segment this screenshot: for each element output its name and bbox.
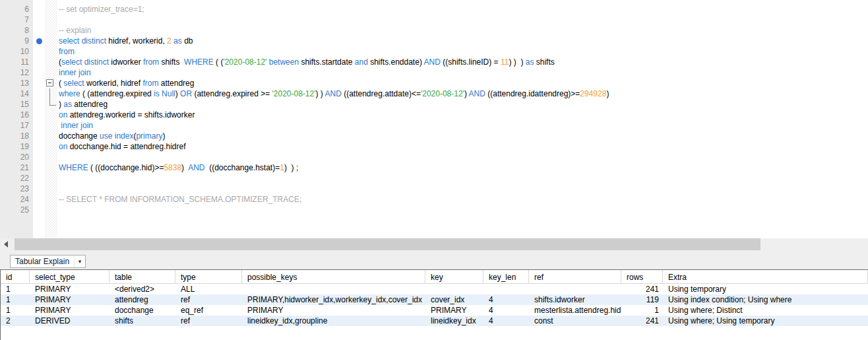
code-line[interactable]: 12inner join <box>0 67 868 78</box>
fold-cell <box>45 205 57 215</box>
line-number: 13 <box>0 78 33 88</box>
code-token: ((attendreg.attdate)<= <box>342 89 421 98</box>
code-token: inner join <box>61 121 93 130</box>
line-number: 21 <box>0 162 33 173</box>
line-number: 23 <box>0 184 33 194</box>
code-line[interactable]: 10from <box>0 46 868 57</box>
code-token: WHERE <box>59 163 88 172</box>
code-line[interactable]: 22 <box>0 173 868 184</box>
code-token: 5838 <box>164 163 181 172</box>
table-cell-ref <box>529 284 621 294</box>
code-line[interactable]: 9select distinct hidref, workerid, 2 as … <box>0 36 868 46</box>
line-number: 6 <box>0 4 33 15</box>
explain-view-selector[interactable]: Tabular Explain ▾ <box>10 255 86 268</box>
code-token: on <box>59 142 67 151</box>
sql-editor[interactable]: 6-- set optimizer_trace=1;78-- explain9s… <box>0 0 868 238</box>
code-line[interactable]: 18docchange use index(primary) <box>0 131 868 141</box>
table-row[interactable]: 1PRIMARY<derived2>ALL241Using temporary <box>1 284 868 294</box>
code-token: from <box>142 79 158 88</box>
chevron-down-icon[interactable]: ▾ <box>74 255 85 267</box>
marker-cell <box>33 152 45 162</box>
column-header-type[interactable]: type <box>175 270 242 284</box>
scrollbar-thumb[interactable] <box>15 238 760 250</box>
code-token: between <box>269 57 299 67</box>
code-line[interactable]: 23 <box>0 184 868 194</box>
table-cell-extra: Using where; Distinct <box>663 305 868 316</box>
table-cell-possible_keys <box>242 284 425 294</box>
code-text: from <box>57 46 75 57</box>
fold-cell <box>45 46 57 57</box>
fold-cell <box>45 36 57 46</box>
column-header-id[interactable]: id <box>1 270 30 284</box>
column-header-table[interactable]: table <box>109 270 175 284</box>
table-cell-id: 1 <box>1 284 30 294</box>
code-line[interactable]: 7 <box>0 15 868 25</box>
table-cell-rows: 241 <box>621 316 663 326</box>
code-line[interactable]: 17 inner join <box>0 120 868 131</box>
fold-cell <box>45 4 57 15</box>
fold-cell <box>45 194 57 205</box>
column-header-key[interactable]: key <box>425 270 483 284</box>
code-line[interactable]: 20 <box>0 152 868 162</box>
code-line[interactable]: 25 <box>0 205 868 215</box>
code-token: -- SELECT * FROM INFORMATION_SCHEMA.OPTI… <box>59 195 301 204</box>
scroll-left-button[interactable] <box>0 238 12 250</box>
table-cell-table: docchange <box>109 305 175 316</box>
code-line[interactable]: 6-- set optimizer_trace=1; <box>0 4 868 15</box>
code-line[interactable]: 21WHERE ( ((docchange.hid)>=5838) AND ((… <box>0 162 868 173</box>
code-token: ) <box>464 89 469 98</box>
marker-cell <box>33 205 45 215</box>
editor-horizontal-scrollbar[interactable] <box>0 238 868 250</box>
code-line[interactable]: 11(select distinct idworker from shifts … <box>0 57 868 67</box>
marker-cell <box>33 36 45 46</box>
marker-cell <box>33 4 45 15</box>
fold-collapse-icon[interactable] <box>46 79 53 86</box>
code-line[interactable]: 8-- explain <box>0 25 868 36</box>
code-line[interactable]: 15) as attendreg <box>0 99 868 110</box>
table-cell-rows: 241 <box>621 284 663 294</box>
marker-cell <box>33 131 45 141</box>
line-number: 8 <box>0 25 33 36</box>
marker-cell <box>33 15 45 25</box>
table-cell-table: <derived2> <box>109 284 175 294</box>
code-token: -- set optimizer_trace=1; <box>59 5 144 14</box>
table-row[interactable]: 1PRIMARYdocchangeeq_refPRIMARYPRIMARY4me… <box>1 305 868 316</box>
fold-cell <box>45 162 57 173</box>
column-header-rows[interactable]: rows <box>621 270 663 284</box>
line-number: 9 <box>0 36 33 46</box>
code-token: ) <box>162 131 165 141</box>
table-row[interactable]: 1PRIMARYattendregrefPRIMARY,hidworker_id… <box>1 294 868 305</box>
marker-cell <box>33 25 45 36</box>
column-header-key_len[interactable]: key_len <box>483 270 529 284</box>
fold-cell <box>45 152 57 162</box>
column-header-possible_keys[interactable]: possible_keys <box>242 270 425 284</box>
line-number: 10 <box>0 46 33 57</box>
code-token: from <box>143 57 159 67</box>
code-token: 294928 <box>580 89 606 98</box>
marker-cell <box>33 78 45 88</box>
code-token: AND <box>325 89 342 98</box>
code-token: shifts.enddate) <box>368 57 424 67</box>
line-number: 19 <box>0 141 33 152</box>
marker-cell <box>33 141 45 152</box>
table-row[interactable]: 2DERIVEDshiftsreflineidkey_idx,groupline… <box>1 316 868 326</box>
line-number: 12 <box>0 67 33 78</box>
code-line[interactable]: 16on attendreg.workerid = shifts.idworke… <box>0 110 868 120</box>
code-line[interactable]: 24-- SELECT * FROM INFORMATION_SCHEMA.OP… <box>0 194 868 205</box>
code-token: WHERE <box>184 57 214 67</box>
explain-results-panel: Tabular Explain ▾ idselect_typetabletype… <box>0 250 868 340</box>
table-cell-type: ALL <box>175 284 242 294</box>
table-cell-extra: Using temporary <box>663 284 868 294</box>
code-token: AND <box>188 163 204 172</box>
code-line[interactable]: 14where ( (attendreg.expired is Null) OR… <box>0 88 868 99</box>
fold-cell <box>45 78 57 88</box>
left-arrow-icon <box>4 241 8 248</box>
code-token: on <box>59 110 67 119</box>
code-line[interactable]: 19on docchange.hid = attendreg.hidref <box>0 141 868 152</box>
column-header-select_type[interactable]: select_type <box>30 270 109 284</box>
column-header-extra[interactable]: Extra <box>663 270 868 284</box>
column-header-ref[interactable]: ref <box>529 270 621 284</box>
code-line[interactable]: 13( select workerid, hidref from attendr… <box>0 78 868 88</box>
code-text: select distinct hidref, workerid, 2 as d… <box>57 36 193 46</box>
table-cell-select_type: PRIMARY <box>30 305 109 316</box>
